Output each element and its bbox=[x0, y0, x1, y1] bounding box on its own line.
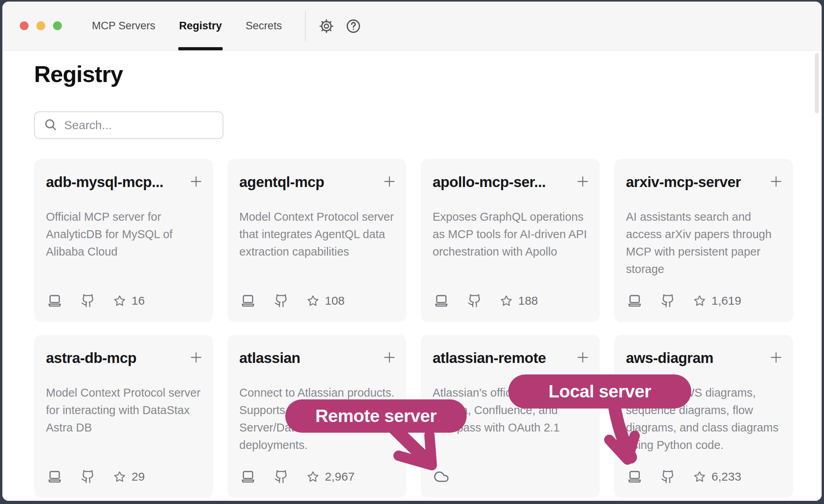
add-server-button[interactable] bbox=[573, 172, 590, 190]
server-card-grid: adb-mysql-mcp... Official MCP server for… bbox=[34, 159, 793, 498]
titlebar: MCP ServersRegistrySecrets bbox=[2, 2, 822, 51]
github-icon bbox=[81, 294, 95, 308]
tab-mcp-servers[interactable]: MCP Servers bbox=[92, 2, 155, 50]
search-box[interactable] bbox=[34, 111, 223, 139]
server-name: apollo-mcp-ser... bbox=[433, 172, 573, 192]
server-description: Official MCP server for AnalyticDB for M… bbox=[46, 208, 204, 260]
main-tabs: MCP ServersRegistrySecrets bbox=[92, 2, 282, 50]
add-server-button[interactable] bbox=[766, 172, 784, 190]
plus-icon bbox=[189, 360, 204, 366]
question-circle-icon bbox=[345, 18, 362, 34]
star-rating: 108 bbox=[307, 294, 345, 307]
plus-icon bbox=[769, 184, 784, 190]
plus-icon bbox=[189, 184, 204, 190]
server-card-header: atlassian bbox=[239, 348, 397, 368]
github-icon bbox=[661, 294, 675, 308]
star-count: 6,233 bbox=[711, 470, 741, 483]
server-card-aws-diagram[interactable]: aws-diagram Generate AWS diagrams, seque… bbox=[614, 335, 793, 498]
tab-registry[interactable]: Registry bbox=[179, 2, 222, 50]
add-server-button[interactable] bbox=[573, 348, 590, 366]
github-icon bbox=[661, 470, 675, 484]
server-card-header: agentql-mcp bbox=[239, 172, 397, 192]
laptop-icon bbox=[627, 293, 643, 309]
star-icon bbox=[307, 294, 319, 307]
plus-icon bbox=[382, 360, 397, 366]
star-count: 29 bbox=[132, 470, 145, 483]
window-minimize-icon[interactable] bbox=[36, 21, 45, 30]
laptop-icon bbox=[627, 469, 643, 485]
add-server-button[interactable] bbox=[766, 348, 784, 366]
star-icon bbox=[500, 294, 513, 307]
server-name: agentql-mcp bbox=[239, 172, 380, 192]
plus-icon bbox=[769, 360, 784, 366]
server-card-agentql-mcp[interactable]: agentql-mcp Model Context Protocol serve… bbox=[227, 159, 406, 322]
laptop-icon bbox=[433, 293, 449, 309]
remote-server-callout: Remote server bbox=[285, 399, 467, 433]
add-server-button[interactable] bbox=[380, 348, 397, 366]
star-icon bbox=[693, 294, 706, 307]
tab-label: MCP Servers bbox=[92, 20, 155, 32]
server-meta: 2,967 bbox=[240, 469, 355, 485]
star-icon bbox=[307, 470, 319, 483]
server-name: atlassian-remote bbox=[433, 348, 573, 368]
add-server-button[interactable] bbox=[380, 172, 397, 190]
server-meta: 188 bbox=[433, 293, 538, 309]
star-rating: 29 bbox=[113, 470, 145, 483]
laptop-icon bbox=[47, 469, 63, 485]
server-card-adb-mysql-mcp[interactable]: adb-mysql-mcp... Official MCP server for… bbox=[34, 159, 213, 322]
registry-page: Registry adb-mysql-mcp... Official MCP s… bbox=[2, 51, 822, 501]
server-meta: 16 bbox=[47, 293, 145, 309]
window-zoom-icon[interactable] bbox=[53, 21, 62, 30]
star-count: 188 bbox=[518, 294, 538, 307]
laptop-icon bbox=[240, 293, 256, 309]
window-close-icon[interactable] bbox=[20, 21, 29, 30]
server-card-header: arxiv-mcp-server bbox=[626, 172, 784, 192]
help-button[interactable] bbox=[345, 17, 362, 35]
server-meta: 108 bbox=[240, 293, 345, 309]
star-count: 16 bbox=[132, 294, 145, 307]
star-rating: 188 bbox=[500, 294, 538, 307]
star-rating: 16 bbox=[113, 294, 145, 307]
server-description: Exposes GraphQL operations as MCP tools … bbox=[433, 208, 590, 260]
star-icon bbox=[113, 470, 126, 483]
server-name: aws-diagram bbox=[626, 348, 766, 368]
tab-label: Secrets bbox=[246, 20, 282, 32]
star-count: 1,619 bbox=[711, 294, 741, 307]
star-rating: 6,233 bbox=[693, 470, 741, 483]
star-count: 2,967 bbox=[325, 470, 355, 483]
tab-secrets[interactable]: Secrets bbox=[246, 2, 282, 50]
scrollbar-thumb[interactable] bbox=[815, 53, 819, 113]
star-icon bbox=[113, 294, 126, 307]
server-card-header: atlassian-remote bbox=[433, 348, 590, 368]
add-server-button[interactable] bbox=[186, 348, 204, 366]
add-server-button[interactable] bbox=[186, 172, 204, 190]
server-meta bbox=[433, 469, 449, 485]
server-description: Model Context Protocol server that integ… bbox=[239, 208, 397, 260]
local-server-callout: Local server bbox=[508, 374, 691, 409]
github-icon bbox=[467, 294, 482, 308]
server-meta: 6,233 bbox=[627, 469, 741, 485]
titlebar-divider bbox=[305, 11, 306, 41]
server-name: adb-mysql-mcp... bbox=[46, 172, 186, 192]
server-card-header: apollo-mcp-ser... bbox=[433, 172, 590, 192]
server-name: atlassian bbox=[239, 348, 380, 368]
server-card-astra-db-mcp[interactable]: astra-db-mcp Model Context Protocol serv… bbox=[34, 335, 213, 498]
server-card-apollo-mcp-ser[interactable]: apollo-mcp-ser... Exposes GraphQL operat… bbox=[421, 159, 600, 322]
local-server-callout-label: Local server bbox=[548, 381, 651, 402]
app-window: MCP ServersRegistrySecrets bbox=[2, 2, 822, 501]
settings-button[interactable] bbox=[318, 17, 335, 35]
laptop-icon bbox=[47, 293, 63, 309]
page-title: Registry bbox=[34, 61, 123, 87]
tab-label: Registry bbox=[179, 20, 222, 32]
remote-server-callout-label: Remote server bbox=[315, 406, 437, 426]
star-rating: 1,619 bbox=[693, 294, 741, 307]
server-name: arxiv-mcp-server bbox=[626, 172, 766, 192]
search-input[interactable] bbox=[57, 112, 224, 138]
server-card-arxiv-mcp-server[interactable]: arxiv-mcp-server AI assistants search an… bbox=[614, 159, 793, 322]
search-icon bbox=[35, 118, 57, 133]
traffic-lights bbox=[20, 21, 62, 30]
server-card-header: aws-diagram bbox=[626, 348, 784, 368]
star-icon bbox=[693, 470, 706, 483]
server-meta: 1,619 bbox=[627, 293, 741, 309]
cloud-icon bbox=[433, 469, 449, 485]
